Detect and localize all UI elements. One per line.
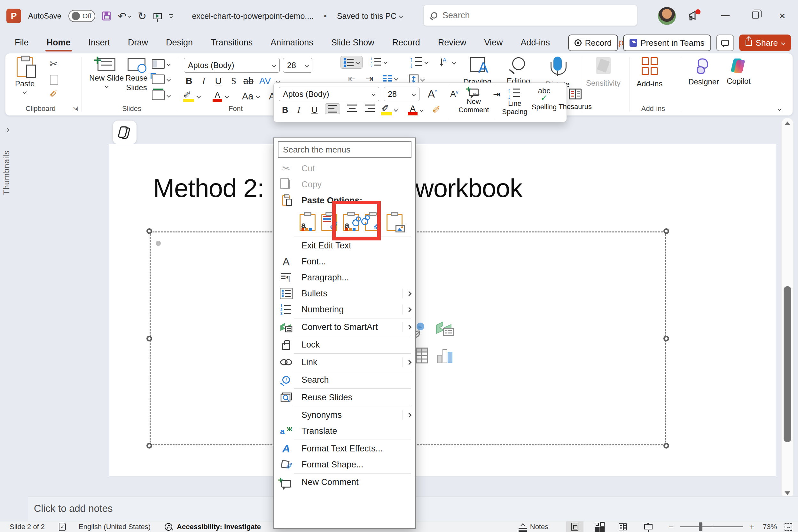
normal-view-button[interactable] [566,521,584,532]
tab-transitions[interactable]: Transitions [210,35,253,50]
tab-animations[interactable]: Animations [270,35,314,50]
slide-canvas[interactable]: Method 2: workbook [109,144,776,476]
collapse-ribbon-chevron[interactable] [778,107,782,111]
save-icon[interactable] [102,12,111,20]
zoom-slider[interactable] [680,526,743,527]
present-in-teams-button[interactable]: Present in Teams [623,35,711,51]
mini-format-painter-button[interactable]: ✐ [432,104,440,116]
slide-indicator[interactable]: Slide 2 of 2 [10,523,45,531]
font-color-button[interactable]: A [213,91,228,102]
announcements-icon[interactable] [687,9,701,23]
mini-font-name-select[interactable]: Aptos (Body) [279,87,379,101]
language-indicator[interactable]: English (United States) [79,523,151,531]
slideshow-view-button[interactable] [639,521,658,532]
notes-placeholder[interactable]: Click to add notes [34,503,113,514]
mini-font-size-select[interactable]: 28 [384,87,419,101]
character-spacing-button[interactable]: AV [258,76,272,86]
expand-thumbnails-chevron[interactable] [5,128,9,132]
tab-file[interactable]: File [14,35,30,50]
tab-home[interactable]: Home [46,35,71,50]
share-button[interactable]: Share [739,35,791,51]
menu-item-reuse-slides[interactable]: Reuse Slides [274,390,415,405]
accessibility-status[interactable]: Accessibility: Investigate [177,523,261,531]
tab-review[interactable]: Review [437,35,467,50]
mini-underline-button[interactable]: U [311,105,318,115]
strikethrough-button[interactable]: ab [241,76,255,86]
mini-align-right-button[interactable] [363,103,377,114]
record-button[interactable]: Record [568,35,618,51]
slide-sorter-view-button[interactable] [590,521,607,532]
tab-draw[interactable]: Draw [127,35,149,50]
reset-slide-button[interactable] [152,75,170,84]
format-painter-icon[interactable]: ✐ [50,89,58,99]
reading-view-button[interactable] [613,521,632,532]
mini-bold-button[interactable]: B [282,105,288,115]
powerpoint-app-icon[interactable]: P [6,8,21,23]
underline-button[interactable]: U [211,76,225,86]
scrollbar-thumb[interactable] [784,286,791,442]
minimize-button[interactable] [721,15,729,16]
start-slideshow-icon[interactable] [153,13,162,19]
fit-slide-to-window-button[interactable]: ↔ [784,523,792,531]
mini-new-comment-button[interactable]: New Comment [455,89,493,114]
cut-icon[interactable]: ✂ [50,59,58,69]
mini-thesaurus-button[interactable]: Thesaurus [557,89,593,111]
saved-status[interactable]: Saved to this PC [337,12,402,21]
toolbar-overflow-button[interactable] [169,14,173,18]
resize-handle-bottom-left[interactable] [147,443,152,449]
bold-button[interactable]: B [182,76,196,86]
resize-handle-top-right[interactable] [663,228,669,234]
mini-font-color-button[interactable]: A [408,104,423,115]
search-bar[interactable] [424,5,637,26]
menu-item-synonyms[interactable]: Synonyms [274,407,415,423]
menu-item-bullets[interactable]: Bullets [274,285,415,302]
thumbnails-label[interactable]: Thumbnails [2,150,11,195]
mini-spelling-button[interactable]: abc✓ Spelling [529,87,559,111]
menu-search-box[interactable] [278,141,412,158]
zoom-level[interactable]: 73% [763,523,777,531]
close-button[interactable]: × [775,10,790,22]
accessibility-icon[interactable] [165,523,172,531]
new-slide-button[interactable]: New Slide [89,58,124,88]
menu-item-lock[interactable]: Lock [274,337,415,353]
editing-button[interactable]: Editing [507,57,530,86]
tab-design[interactable]: Design [165,35,193,50]
slide-title-suffix[interactable]: workbook [415,174,522,203]
redo-button[interactable]: ↻ [138,11,147,21]
zoom-in-button[interactable]: + [749,522,755,532]
menu-item-format-shape[interactable]: Format Shape... [274,457,415,473]
undo-button[interactable]: ↶ [118,11,131,21]
italic-button[interactable]: I [197,76,211,86]
zoom-out-button[interactable]: − [668,522,673,532]
resize-handle-middle-left[interactable] [147,336,152,341]
resize-handle-middle-right[interactable] [663,336,669,341]
menu-search-input[interactable] [283,145,406,155]
columns-button[interactable] [383,75,398,82]
slide-title-prefix[interactable]: Method 2: [153,174,264,203]
mini-align-center-button[interactable] [345,103,359,114]
slide-layout-button[interactable] [152,59,170,69]
section-button[interactable] [152,91,170,100]
reuse-slides-button[interactable]: Reuse Slides [120,58,152,92]
paste-use-destination-theme-embed-button[interactable]: a [299,212,316,232]
tab-slide-show[interactable]: Slide Show [330,35,375,50]
notes-toggle-button[interactable]: Notes [518,523,548,531]
menu-item-new-comment[interactable]: New Comment [274,474,415,490]
addins-button[interactable]: Add-ins [636,57,662,89]
designer-button[interactable]: Designer [688,57,719,87]
mini-grow-font-button[interactable]: A^ [428,88,437,100]
numbering-button[interactable]: 123 [368,56,390,68]
document-title[interactable]: excel-chart-to-powerpoint-demo.... [192,12,314,21]
zoom-slider-thumb[interactable] [699,522,702,531]
line-spacing-button[interactable] [409,56,430,68]
paste-picture-button[interactable] [386,212,403,232]
vertical-scrollbar[interactable] [781,118,794,499]
mini-align-left-button[interactable] [325,103,340,114]
clipboard-dialog-launcher[interactable]: ⇲ [73,106,78,112]
font-size-select[interactable]: 28 [283,58,312,73]
shadow-button[interactable]: S [227,76,241,86]
insert-chart-icon[interactable] [435,346,455,365]
proofing-icon[interactable] [59,523,66,531]
tab-add-ins[interactable]: Add-ins [520,35,551,50]
highlight-button[interactable] [183,91,200,102]
